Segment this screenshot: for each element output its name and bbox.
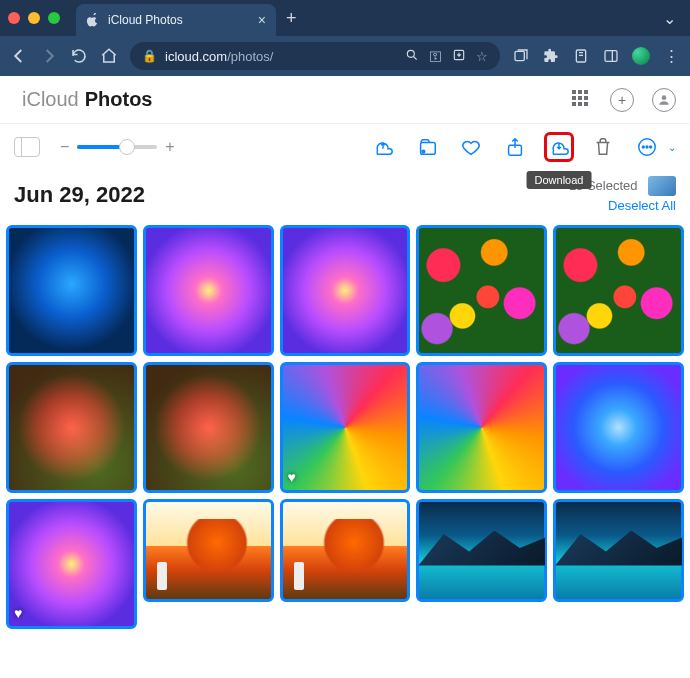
delete-button[interactable] [588, 132, 618, 162]
favorite-heart-icon: ♥ [14, 605, 22, 621]
photo-thumbnail[interactable] [418, 227, 545, 354]
close-tab-icon[interactable]: × [258, 12, 266, 28]
zoom-in-button[interactable]: + [165, 138, 174, 156]
brand-main: Photos [85, 88, 153, 111]
photo-thumbnail[interactable] [145, 227, 272, 354]
photo-thumbnail[interactable] [145, 501, 272, 601]
tab-title: iCloud Photos [108, 13, 183, 27]
svg-point-0 [407, 50, 414, 57]
account-icon[interactable] [652, 88, 676, 112]
photo-thumbnail[interactable] [145, 364, 272, 491]
address-bar[interactable]: 🔒 icloud.com/photos/ ⚿ ☆ [130, 42, 500, 70]
search-icon[interactable] [405, 48, 419, 65]
svg-point-11 [646, 146, 648, 148]
zoom-slider[interactable] [77, 145, 157, 149]
selection-thumbnail[interactable] [648, 176, 676, 196]
new-tab-button[interactable]: + [286, 8, 297, 29]
photo-thumbnail[interactable] [418, 364, 545, 491]
home-button[interactable] [100, 47, 118, 65]
action-bar: − + Download ⌄ [0, 124, 690, 170]
browser-tab[interactable]: iCloud Photos × [76, 4, 276, 36]
browser-menu-icon[interactable]: ⋮ [662, 47, 680, 65]
deselect-all-link[interactable]: Deselect All [569, 198, 676, 213]
more-menu-caret-icon[interactable]: ⌄ [668, 142, 676, 153]
photo-thumbnail[interactable] [418, 501, 545, 601]
close-window-button[interactable] [8, 12, 20, 24]
forward-button[interactable] [40, 47, 58, 65]
install-icon[interactable] [452, 48, 466, 65]
brand-prefix: iCloud [22, 88, 79, 111]
window-controls [8, 12, 60, 24]
apple-favicon-icon [86, 13, 100, 27]
svg-rect-2 [515, 51, 524, 60]
key-icon[interactable]: ⚿ [429, 49, 442, 64]
profile-avatar-icon[interactable] [632, 47, 650, 65]
app-title[interactable]: iCloud Photos [14, 88, 152, 111]
sidebar-toggle-button[interactable] [14, 137, 40, 157]
tab-groups-icon[interactable] [512, 47, 530, 65]
zoom-control: − + [60, 138, 175, 156]
favorite-heart-icon: ♥ [288, 469, 296, 485]
photo-thumbnail[interactable] [8, 364, 135, 491]
share-button[interactable] [500, 132, 530, 162]
tab-strip: iCloud Photos × + ⌄ [0, 0, 690, 36]
photo-thumbnail[interactable] [282, 501, 409, 601]
download-tooltip: Download [527, 171, 592, 189]
tab-list-dropdown[interactable]: ⌄ [657, 9, 682, 28]
minimize-window-button[interactable] [28, 12, 40, 24]
extensions-puzzle-icon[interactable] [542, 47, 560, 65]
zoom-out-button[interactable]: − [60, 138, 69, 156]
maximize-window-button[interactable] [48, 12, 60, 24]
extension-icons: ⋮ [512, 47, 680, 65]
url-host: icloud.com [165, 49, 227, 64]
svg-point-10 [642, 146, 644, 148]
photo-thumbnail[interactable] [8, 227, 135, 354]
app-header: iCloud Photos + [0, 76, 690, 124]
photo-grid: ♥♥ [0, 217, 690, 637]
upload-plus-button[interactable]: + [610, 88, 634, 112]
add-to-album-button[interactable] [412, 132, 442, 162]
svg-point-5 [662, 95, 667, 100]
svg-rect-4 [605, 51, 617, 62]
lock-icon: 🔒 [142, 49, 157, 63]
photo-thumbnail[interactable]: ♥ [282, 364, 409, 491]
url-path: /photos/ [227, 49, 273, 64]
photo-thumbnail[interactable] [555, 364, 682, 491]
photo-thumbnail[interactable] [555, 501, 682, 601]
photo-thumbnail[interactable] [282, 227, 409, 354]
reload-button[interactable] [70, 47, 88, 65]
bookmark-star-icon[interactable]: ☆ [476, 49, 488, 64]
section-date: Jun 29, 2022 [14, 182, 145, 208]
browser-toolbar: 🔒 icloud.com/photos/ ⚿ ☆ ⋮ [0, 36, 690, 76]
favorite-button[interactable] [456, 132, 486, 162]
side-panel-icon[interactable] [602, 47, 620, 65]
back-button[interactable] [10, 47, 28, 65]
more-menu-button[interactable] [632, 132, 662, 162]
upload-button[interactable] [368, 132, 398, 162]
svg-point-12 [650, 146, 652, 148]
reading-list-icon[interactable] [572, 47, 590, 65]
photo-thumbnail[interactable]: ♥ [8, 501, 135, 628]
download-button[interactable]: Download [544, 132, 574, 162]
app-launcher-icon[interactable] [572, 90, 592, 110]
browser-chrome: iCloud Photos × + ⌄ 🔒 icloud.com/photos/… [0, 0, 690, 76]
address-bar-actions: ⚿ ☆ [405, 48, 488, 65]
photo-thumbnail[interactable] [555, 227, 682, 354]
